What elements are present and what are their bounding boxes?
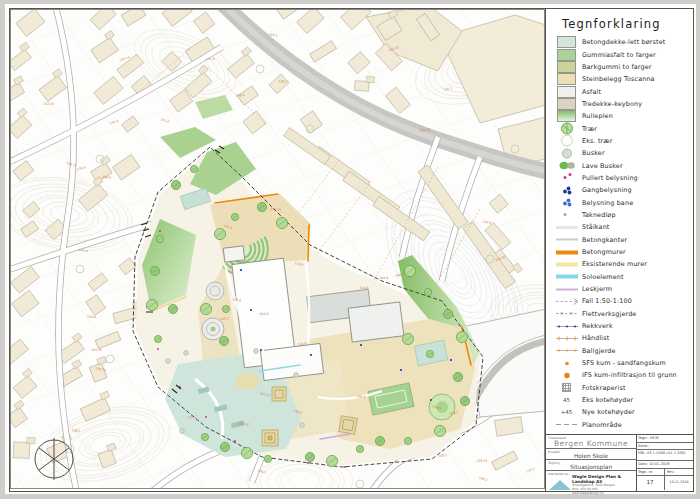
legend-item: Steinbelegg Toscanna (551, 73, 692, 85)
legend-item: Eks. trær (551, 135, 692, 147)
legend-item-icon (551, 383, 582, 392)
legend-item: Lave Busker (551, 159, 692, 171)
legend-item-label: Gangbelysning (582, 186, 632, 194)
legend-item: Fall 1:50-1:100 (551, 295, 692, 307)
legend-item-label: Ballgjerde (582, 347, 616, 355)
dwg-no-value: 17 (636, 476, 665, 490)
legend-item-icon (551, 208, 582, 221)
legend-item-label: Nye kotehøyder (582, 408, 635, 416)
legend-item-icon (551, 122, 582, 135)
legend-item-label: SFS kum - sandfangskum (582, 359, 666, 367)
legend-item-label: Gummiasfalt to farger (582, 51, 656, 59)
legend-item-icon (551, 98, 582, 110)
drawing-name: Situasjonsplan (546, 464, 636, 470)
legend-item: +45Nye kotehøyder (551, 406, 692, 418)
legend-item-label: Rekkverk (582, 322, 613, 330)
legend-panel: Tegnforklaring Betongdekke-lett børstetG… (545, 9, 693, 491)
legend-item-label: Planområde (582, 421, 622, 429)
rev-label: Rev. (665, 469, 693, 475)
legend-item-label: Taknedløp (582, 211, 616, 219)
legend-item: Asfalt (551, 85, 692, 97)
legend-item-icon (551, 283, 582, 296)
svg-text:145.1: 145.1 (187, 415, 196, 420)
legend-item: Planområde (551, 419, 692, 431)
firm-label: Utarbeidet av (548, 472, 569, 476)
svg-text:138.2: 138.2 (278, 79, 287, 84)
dwg-no-label: Tegn. nr. (636, 469, 665, 475)
legend-item-label: Busker (582, 149, 605, 157)
legend-item-label: Betongmurer (582, 248, 626, 256)
legend-item-label: IFS kum-infiltrasjon til grunn (582, 371, 677, 379)
legend-item-icon (551, 357, 582, 370)
checked-by: Kontr.: (636, 443, 693, 448)
legend-item-icon (551, 369, 582, 382)
legend-item-label: Soloelement (582, 273, 624, 281)
legend-item: Betongdekke-lett børstet (551, 36, 692, 48)
legend-item: Rulleplen (551, 110, 692, 122)
svg-text:136.9: 136.9 (356, 395, 365, 400)
legend-item: Soloelement (551, 271, 692, 283)
svg-text:134.8: 134.8 (360, 286, 369, 290)
legend-item-label: Eksisterende murer (582, 260, 647, 268)
legend-item-label: Eks. trær (582, 137, 613, 145)
legend-item: SFS kum - sandfangskum (551, 357, 692, 369)
legend-item-icon (551, 418, 582, 431)
legend-item-label: Trær (582, 125, 597, 133)
page: { "legend": { "title": "Tegnforklaring",… (0, 0, 700, 499)
legend-item: Fotskraperist (551, 382, 692, 394)
svg-text:139.74: 139.74 (476, 459, 487, 463)
legend-item-icon (551, 320, 582, 333)
legend-item: Rekkverk (551, 320, 692, 332)
legend-item-label: Betongdekke-lett børstet (582, 38, 665, 46)
legend-item-icon (551, 344, 582, 357)
firm-logo-icon (549, 478, 571, 490)
legend-item: Trær (551, 122, 692, 134)
drawing-frame: SKOLE (9, 8, 694, 492)
legend-item-label: Flettverksgjerde (582, 310, 636, 318)
legend-item-label: Steinbelegg Toscanna (582, 75, 655, 83)
legend-item-icon (551, 73, 582, 85)
drawn-by: Tegn.: HE/B (636, 435, 693, 440)
legend-item: Busker (551, 147, 692, 159)
legend-item: Eksisterende murer (551, 258, 692, 270)
legend-item: Barkgummi to farger (551, 61, 692, 73)
legend-item-icon (551, 147, 582, 160)
legend-item-label: Fotskraperist (582, 384, 626, 392)
legend-item-label: Betongkanter (582, 236, 627, 244)
legend-item-icon (551, 110, 582, 122)
legend-item: Flettverksgjerde (551, 308, 692, 320)
legend-item-label: Rulleplen (582, 112, 613, 120)
svg-text:140.2: 140.2 (220, 316, 229, 321)
legend-item: Betongmurer (551, 246, 692, 258)
scale-field: Mål: A3 1:1000 (A1 1:500) (636, 450, 693, 455)
svg-text:148.6: 148.6 (379, 276, 388, 280)
legend-item: Tredekke-keybony (551, 98, 692, 110)
legend-item-label: Leskjerm (582, 285, 612, 293)
legend-item: Belysning bane (551, 196, 692, 208)
project-name: Holen Skole (546, 453, 636, 459)
legend-item-icon (551, 246, 582, 259)
legend-item-label: Håndlist (582, 334, 609, 342)
site-plan-svg: SKOLE (10, 9, 545, 489)
legend-item: Betongkanter (551, 234, 692, 246)
legend-item-icon (551, 196, 582, 209)
legend-item-icon (551, 295, 582, 308)
legend-item-icon (551, 171, 582, 184)
svg-text:148.6: 148.6 (87, 315, 96, 319)
legend-item-label: Asfalt (582, 88, 601, 96)
legend-item-label: Lave Busker (582, 162, 623, 170)
legend-title: Tegnforklaring (562, 17, 661, 31)
legend-item-icon (551, 332, 582, 345)
legend-item: Håndlist (551, 332, 692, 344)
legend-item: Stålkant (551, 221, 692, 233)
legend-item-label: Belysning bane (582, 199, 633, 207)
title-block: Tiltakshaver Bergen Kommune Prosjekt Hol… (546, 434, 693, 491)
legend-item-icon (551, 134, 582, 147)
firm-web: www.wagledesign.no (572, 492, 636, 496)
drawing-sheet: SKOLE (5, 4, 696, 494)
date-field: Dato: 10.01.2018 (636, 461, 693, 466)
legend-item-icon (551, 307, 582, 320)
svg-text:138.2: 138.2 (71, 428, 80, 433)
legend-item-icon (551, 221, 582, 234)
client-name: Bergen Kommune (546, 439, 636, 448)
